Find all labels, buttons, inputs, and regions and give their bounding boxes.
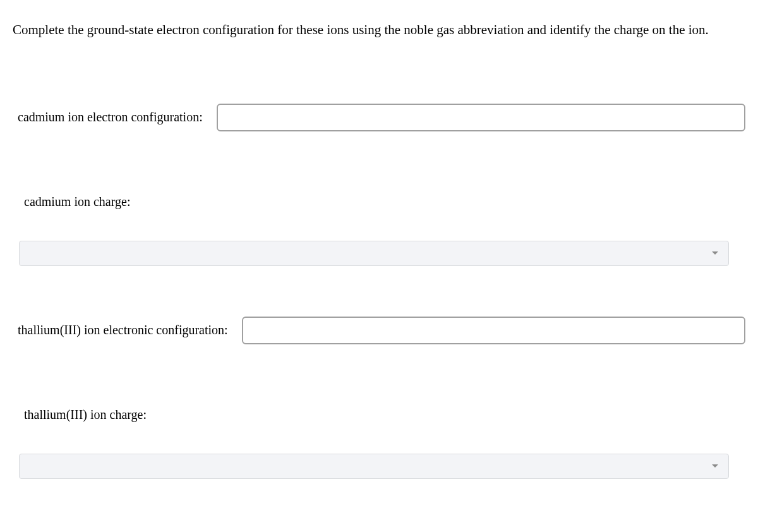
cadmium-charge-dropdown[interactable] [19, 241, 729, 266]
question-text: Complete the ground-state electron confi… [13, 20, 745, 40]
cadmium-config-row: cadmium ion electron configuration: [13, 104, 745, 131]
chevron-down-icon [712, 251, 718, 255]
cadmium-config-input[interactable] [217, 104, 745, 131]
thallium-config-label: thallium(III) ion electronic configurati… [18, 323, 228, 337]
thallium-charge-dropdown[interactable] [19, 454, 729, 479]
cadmium-charge-section: cadmium ion charge: [13, 195, 745, 266]
chevron-down-icon [712, 464, 718, 468]
cadmium-config-label: cadmium ion electron configuration: [18, 110, 203, 124]
thallium-charge-section: thallium(III) ion charge: [13, 408, 745, 479]
thallium-config-input[interactable] [242, 317, 745, 344]
thallium-charge-label: thallium(III) ion charge: [24, 408, 745, 422]
cadmium-charge-label: cadmium ion charge: [24, 195, 745, 209]
thallium-config-row: thallium(III) ion electronic configurati… [13, 317, 745, 344]
